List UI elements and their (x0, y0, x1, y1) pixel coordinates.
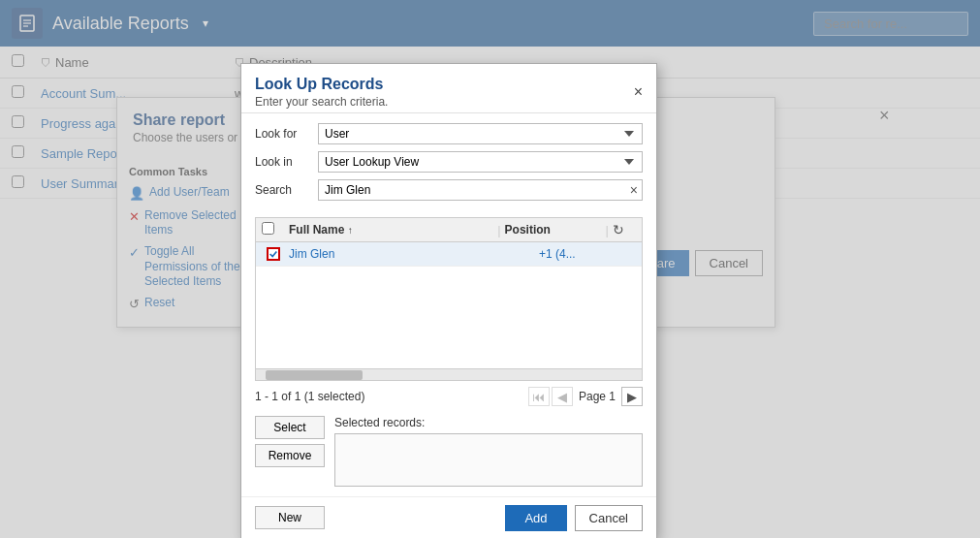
result-phone: +1 (4... (539, 247, 636, 261)
sort-arrow-icon: ↑ (348, 225, 353, 236)
close-lookup-button[interactable]: × (634, 83, 643, 101)
result-row: Jim Glen +1 (4... (256, 242, 642, 267)
lookup-records-dialog: Look Up Records Enter your search criter… (240, 63, 657, 538)
cancel-lookup-button[interactable]: Cancel (575, 505, 643, 531)
result-name[interactable]: Jim Glen (285, 247, 539, 261)
selected-records-box (334, 433, 643, 487)
horizontal-scrollbar[interactable] (256, 368, 642, 380)
clear-search-button[interactable]: × (626, 182, 642, 198)
select-button[interactable]: Select (255, 416, 325, 439)
next-page-button[interactable]: ▶ (621, 387, 643, 406)
column-divider: | (497, 223, 500, 237)
pagination-bar: 1 - 1 of 1 (1 selected) ⏮ ◀ Page 1 ▶ (241, 381, 656, 412)
results-area: Full Name ↑ | Position | ↻ Jim Glen +1 (… (255, 217, 643, 381)
look-in-label: Look in (255, 155, 318, 169)
lookup-bottom-section: Select Remove Selected records: (241, 412, 656, 496)
results-header: Full Name ↑ | Position | ↻ (256, 218, 642, 242)
selected-records-label: Selected records: (334, 416, 643, 429)
lookup-side-buttons: Select Remove (255, 416, 325, 467)
scrollbar-thumb[interactable] (266, 370, 363, 380)
lookup-title: Look Up Records (255, 76, 388, 93)
results-scroll-area: Jim Glen +1 (4... (256, 242, 642, 368)
search-label: Search (255, 183, 318, 197)
new-button[interactable]: New (255, 506, 325, 529)
look-for-row: Look for User Team (255, 123, 643, 144)
full-name-column-header[interactable]: Full Name ↑ (285, 223, 493, 237)
page-label: Page 1 (579, 390, 616, 403)
column-divider-2: | (606, 223, 609, 237)
look-for-label: Look for (255, 127, 318, 141)
lookup-dialog-header: Look Up Records Enter your search criter… (241, 64, 656, 113)
pagination-summary: 1 - 1 of 1 (1 selected) (255, 390, 364, 403)
remove-button[interactable]: Remove (255, 444, 325, 467)
look-in-row: Look in User Lookup View All Users (255, 151, 643, 173)
search-input-wrap: × (318, 179, 643, 201)
header-checkbox-col (262, 222, 285, 237)
prev-page-button[interactable]: ◀ (552, 387, 573, 406)
add-button[interactable]: Add (505, 505, 566, 531)
search-row: Search × (255, 179, 643, 201)
first-page-button[interactable]: ⏮ (528, 387, 550, 406)
results-select-all[interactable] (262, 222, 274, 235)
position-column-header: Position (505, 223, 602, 237)
lookup-form: Look for User Team Look in User Lookup V… (241, 113, 656, 217)
page-navigation: ⏮ ◀ Page 1 ▶ (528, 387, 643, 406)
look-for-select[interactable]: User Team (318, 123, 643, 144)
search-input[interactable] (319, 180, 626, 200)
refresh-icon[interactable]: ↻ (613, 222, 636, 237)
lookup-subtitle: Enter your search criteria. (255, 95, 388, 109)
look-in-select[interactable]: User Lookup View All Users (318, 151, 643, 173)
result-checkbox-wrap (262, 247, 285, 261)
lookup-footer: New Add Cancel (241, 496, 656, 538)
result-checkbox[interactable] (267, 247, 280, 261)
